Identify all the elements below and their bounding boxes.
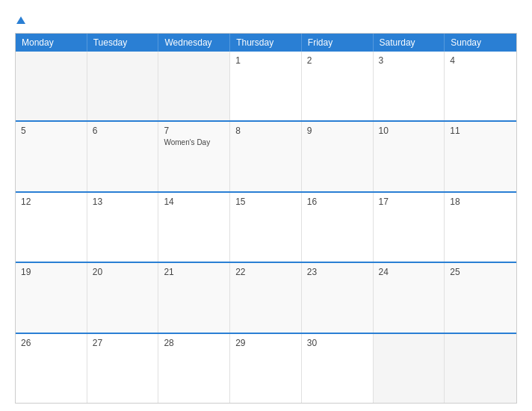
page-header — [15, 13, 517, 25]
day-header-thursday: Thursday — [230, 34, 302, 52]
day-cell — [374, 334, 445, 403]
day-number: 30 — [307, 338, 368, 348]
day-cell: 18 — [445, 193, 516, 262]
day-number: 12 — [21, 197, 81, 207]
day-cell: 21 — [158, 263, 230, 332]
day-cell: 12 — [16, 193, 87, 262]
day-cell: 22 — [230, 263, 302, 332]
day-number: 7 — [164, 126, 224, 136]
week-row-4: 19202122232425 — [16, 262, 516, 332]
day-number: 21 — [164, 267, 224, 277]
logo-text — [15, 13, 25, 25]
week-row-1: 1234 — [16, 52, 516, 120]
logo-triangle-icon — [16, 16, 25, 24]
day-number: 11 — [450, 126, 511, 136]
day-cell: 27 — [87, 334, 159, 403]
day-number: 6 — [93, 126, 153, 136]
day-cell — [16, 52, 87, 120]
day-number: 10 — [379, 126, 439, 136]
day-cell: 26 — [16, 334, 87, 403]
week-row-3: 12131415161718 — [16, 191, 516, 262]
day-cell: 3 — [374, 52, 445, 120]
day-cell: 25 — [445, 263, 516, 332]
day-number: 20 — [93, 267, 153, 277]
day-number: 16 — [307, 197, 368, 207]
day-cell: 24 — [374, 263, 445, 332]
day-number: 2 — [307, 55, 368, 66]
days-header-row: MondayTuesdayWednesdayThursdayFridaySatu… — [16, 34, 516, 52]
day-cell — [445, 334, 516, 403]
weeks-container: 1234567Women's Day8910111213141516171819… — [16, 52, 516, 403]
day-number: 5 — [21, 126, 81, 136]
day-cell: 4 — [445, 52, 516, 120]
day-cell: 28 — [158, 334, 230, 403]
day-cell: 6 — [87, 122, 159, 191]
day-cell: 29 — [230, 334, 302, 403]
logo — [15, 13, 25, 25]
day-cell: 14 — [158, 193, 230, 262]
day-cell: 5 — [16, 122, 87, 191]
day-cell — [158, 52, 230, 120]
day-cell — [87, 52, 159, 120]
day-number: 14 — [164, 197, 224, 207]
day-cell: 16 — [302, 193, 374, 262]
day-cell: 10 — [374, 122, 445, 191]
day-number: 18 — [450, 197, 511, 207]
day-header-friday: Friday — [302, 34, 374, 52]
day-number: 17 — [379, 197, 439, 207]
day-number: 13 — [93, 197, 153, 207]
day-header-monday: Monday — [16, 34, 87, 52]
day-number: 25 — [450, 267, 511, 277]
day-number: 9 — [307, 126, 368, 136]
day-number: 28 — [164, 338, 224, 348]
calendar-grid: MondayTuesdayWednesdayThursdayFridaySatu… — [15, 33, 517, 404]
day-number: 29 — [235, 338, 296, 348]
day-number: 15 — [235, 197, 296, 207]
day-cell: 15 — [230, 193, 302, 262]
day-number: 22 — [235, 267, 296, 277]
day-number: 23 — [307, 267, 368, 277]
day-cell: 19 — [16, 263, 87, 332]
day-header-tuesday: Tuesday — [87, 34, 159, 52]
day-number: 4 — [450, 55, 511, 66]
day-cell: 17 — [374, 193, 445, 262]
calendar-page: MondayTuesdayWednesdayThursdayFridaySatu… — [0, 0, 532, 411]
day-header-sunday: Sunday — [445, 34, 516, 52]
holiday-label: Women's Day — [164, 138, 224, 146]
day-cell: 30 — [302, 334, 374, 403]
day-header-saturday: Saturday — [374, 34, 445, 52]
day-cell: 13 — [87, 193, 159, 262]
day-number: 19 — [21, 267, 81, 277]
week-row-2: 567Women's Day891011 — [16, 120, 516, 191]
day-number: 3 — [379, 55, 439, 66]
day-cell: 1 — [230, 52, 302, 120]
day-number: 1 — [235, 55, 296, 66]
day-cell: 8 — [230, 122, 302, 191]
day-number: 24 — [379, 267, 439, 277]
day-cell: 7Women's Day — [158, 122, 230, 191]
week-row-5: 2627282930 — [16, 333, 516, 403]
day-cell: 2 — [302, 52, 374, 120]
day-number: 8 — [235, 126, 296, 136]
day-cell: 20 — [87, 263, 159, 332]
day-cell: 11 — [445, 122, 516, 191]
day-number: 27 — [93, 338, 153, 348]
day-cell: 23 — [302, 263, 374, 332]
day-header-wednesday: Wednesday — [158, 34, 230, 52]
day-number: 26 — [21, 338, 81, 348]
day-cell: 9 — [302, 122, 374, 191]
